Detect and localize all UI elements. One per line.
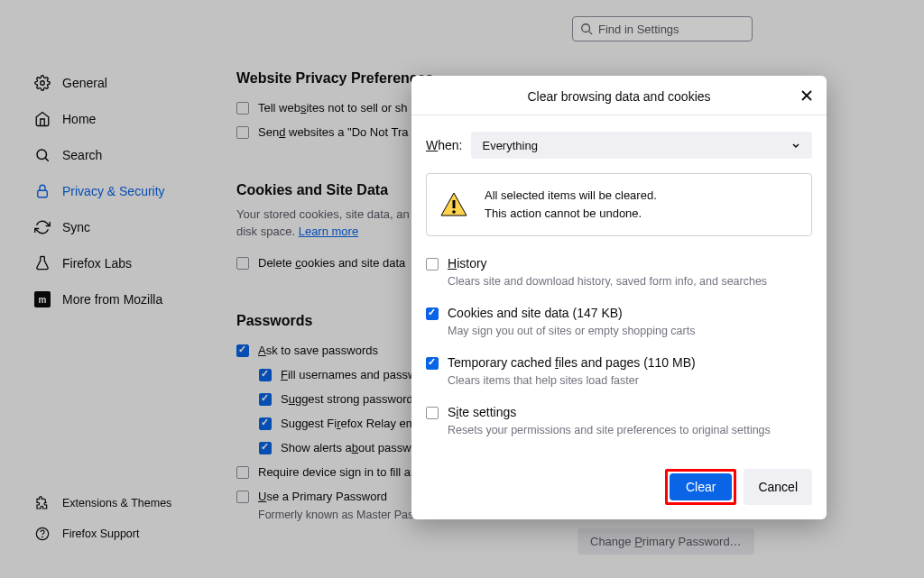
warning-box: All selected items will be cleared. This…: [426, 173, 812, 236]
tell-not-sell-label: Tell websites not to sell or sh: [258, 101, 407, 115]
sidebar-label: Firefox Labs: [62, 256, 132, 271]
history-option[interactable]: History Clears site and download history…: [426, 256, 812, 288]
checkbox-history[interactable]: [426, 258, 439, 271]
help-icon: [33, 525, 51, 543]
site-settings-option[interactable]: Site settings Resets your permissions an…: [426, 405, 812, 436]
checkbox-ask-save[interactable]: [236, 344, 249, 357]
site-settings-subtext: Resets your permissions and site prefere…: [448, 424, 812, 436]
suggest-strong-label: Suggest strong password: [281, 392, 413, 406]
settings-sidebar: General Home Search Privacy & Security S…: [33, 65, 205, 317]
do-not-track-label: Send websites a "Do Not Tra: [258, 125, 409, 139]
dialog-title: Clear browsing data and cookies: [527, 89, 710, 104]
clear-button-highlight: Clear: [665, 469, 736, 505]
svg-point-3: [37, 150, 47, 160]
when-label: When:: [426, 138, 462, 152]
clear-data-dialog: Clear browsing data and cookies When: Ev…: [411, 76, 827, 519]
sidebar-item-sync[interactable]: Sync: [33, 209, 205, 245]
checkbox-show-alerts[interactable]: [259, 442, 272, 454]
sidebar-item-privacy[interactable]: Privacy & Security: [33, 173, 205, 209]
checkbox-tell-not-sell[interactable]: [236, 102, 249, 115]
clear-button[interactable]: Clear: [670, 473, 732, 500]
puzzle-icon: [33, 494, 51, 512]
lock-icon: [33, 182, 51, 200]
extensions-link[interactable]: Extensions & Themes: [33, 488, 171, 518]
sidebar-item-labs[interactable]: Firefox Labs: [33, 245, 205, 281]
when-row: When: Everything: [426, 132, 812, 159]
checkbox-do-not-track[interactable]: [236, 126, 249, 139]
checkbox-delete-cookies[interactable]: [236, 257, 249, 270]
bottom-links: Extensions & Themes Firefox Support: [33, 488, 171, 549]
sidebar-label: General: [62, 76, 107, 90]
cache-option[interactable]: Temporary cached files and pages (110 MB…: [426, 355, 812, 387]
cookies-subtext: May sign you out of sites or empty shopp…: [448, 325, 812, 337]
checkbox-cache[interactable]: [426, 357, 439, 370]
checkbox-site-settings[interactable]: [426, 407, 439, 419]
sidebar-label: Home: [62, 112, 96, 126]
svg-point-10: [42, 537, 43, 537]
warning-icon: [439, 190, 468, 219]
svg-text:m: m: [39, 295, 47, 305]
close-button[interactable]: [796, 85, 818, 106]
svg-point-15: [452, 210, 456, 214]
chevron-down-icon: [790, 140, 801, 151]
dialog-header: Clear browsing data and cookies: [411, 76, 827, 115]
search-icon: [580, 23, 593, 35]
cancel-button[interactable]: Cancel: [744, 469, 812, 505]
cookies-option[interactable]: Cookies and site data (147 KB) May sign …: [426, 306, 812, 337]
sidebar-label: Search: [62, 148, 102, 162]
sidebar-label: Privacy & Security: [62, 184, 165, 198]
dialog-footer: Clear Cancel: [411, 469, 827, 519]
svg-line-1: [589, 32, 593, 35]
svg-point-2: [41, 81, 45, 86]
show-alerts-label: Show alerts about passwo: [281, 441, 418, 454]
when-value: Everything: [482, 139, 537, 152]
close-icon: [800, 89, 813, 102]
search-placeholder: Find in Settings: [598, 23, 679, 36]
warning-text: All selected items will be cleared. This…: [485, 187, 657, 223]
svg-rect-5: [38, 190, 48, 197]
cache-label: Temporary cached files and pages (110 MB…: [448, 355, 812, 370]
cache-subtext: Clears items that help sites load faster: [448, 374, 812, 387]
checkbox-use-primary[interactable]: [236, 491, 249, 503]
sidebar-item-home[interactable]: Home: [33, 101, 205, 137]
suggest-relay-label: Suggest Firefox Relay em: [281, 417, 416, 430]
settings-search-input[interactable]: Find in Settings: [572, 16, 753, 41]
support-label: Firefox Support: [62, 528, 139, 540]
use-primary-label: Use a Primary Password: [258, 490, 387, 503]
mozilla-icon: m: [33, 290, 51, 308]
checkbox-cookies[interactable]: [426, 307, 439, 320]
sidebar-item-search[interactable]: Search: [33, 137, 205, 173]
checkbox-suggest-strong[interactable]: [259, 393, 272, 406]
svg-rect-14: [453, 200, 456, 208]
checkbox-suggest-relay[interactable]: [259, 417, 272, 430]
delete-cookies-label: Delete cookies and site data: [258, 256, 405, 270]
support-link[interactable]: Firefox Support: [33, 518, 171, 549]
change-primary-button[interactable]: Change Primary Password…: [578, 528, 754, 555]
learn-more-cookies[interactable]: Learn more: [299, 225, 358, 238]
sidebar-item-mozilla[interactable]: m More from Mozilla: [33, 281, 205, 317]
sidebar-item-general[interactable]: General: [33, 65, 205, 101]
sidebar-label: More from Mozilla: [62, 292, 162, 307]
gear-icon: [33, 74, 51, 92]
svg-point-0: [582, 24, 590, 32]
checkbox-fill-usernames[interactable]: [259, 369, 272, 381]
home-icon: [33, 110, 51, 128]
ask-save-label: Ask to save passwords: [258, 344, 378, 357]
search-icon: [33, 146, 51, 164]
extensions-label: Extensions & Themes: [62, 497, 171, 509]
dialog-body: When: Everything All selected items will…: [411, 115, 827, 469]
checkbox-require-device[interactable]: [236, 466, 249, 479]
labs-icon: [33, 254, 51, 272]
sidebar-label: Sync: [62, 220, 90, 234]
site-settings-label: Site settings: [448, 405, 812, 419]
when-dropdown[interactable]: Everything: [471, 132, 812, 159]
sync-icon: [33, 218, 51, 236]
history-subtext: Clears site and download history, saved …: [448, 275, 812, 288]
svg-line-4: [45, 158, 48, 161]
history-label: History: [448, 256, 812, 271]
cookies-label: Cookies and site data (147 KB): [448, 306, 812, 320]
fill-usernames-label: Fill usernames and passw: [281, 368, 416, 381]
